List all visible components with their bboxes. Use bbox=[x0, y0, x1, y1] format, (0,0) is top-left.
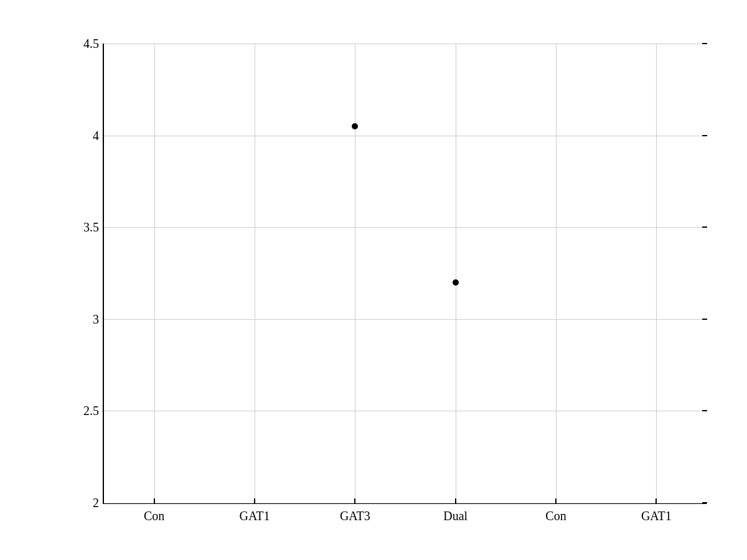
grid-line-v bbox=[456, 44, 456, 503]
y-tick-mark bbox=[702, 135, 707, 136]
x-tick-mark bbox=[455, 498, 456, 503]
grid-line-h bbox=[104, 44, 707, 44]
x-tick-mark bbox=[354, 498, 355, 503]
grid-line-v bbox=[556, 44, 557, 503]
y-tick-mark bbox=[702, 226, 707, 228]
data-point bbox=[453, 279, 459, 286]
grid-line-v bbox=[154, 44, 155, 503]
y-tick-mark bbox=[702, 502, 707, 503]
x-tick-label: GAT1 bbox=[240, 509, 270, 523]
chart-wrapper: 22.533.544.5ConGAT1GAT3DualConGAT1 bbox=[65, 31, 719, 541]
chart-container: 22.533.544.5ConGAT1GAT3DualConGAT1 bbox=[0, 0, 747, 560]
grid-line-v bbox=[355, 44, 355, 503]
x-tick-label: GAT1 bbox=[641, 509, 672, 523]
y-tick-label: 4 bbox=[93, 128, 99, 142]
y-tick-label: 2 bbox=[93, 496, 99, 510]
grid-line-h bbox=[104, 411, 707, 411]
x-tick-label: GAT3 bbox=[340, 509, 370, 523]
x-tick-label: Dual bbox=[443, 509, 467, 523]
x-tick-mark bbox=[154, 498, 155, 503]
y-tick-mark bbox=[702, 319, 707, 320]
grid-line-v bbox=[255, 44, 255, 503]
grid-line-v bbox=[656, 44, 657, 503]
y-tick-label: 2.5 bbox=[83, 404, 99, 418]
grid-line-h bbox=[104, 136, 707, 136]
y-tick-mark bbox=[702, 410, 707, 411]
data-point bbox=[352, 123, 358, 129]
grid-line-h bbox=[104, 319, 707, 320]
chart-area: 22.533.544.5ConGAT1GAT3DualConGAT1 bbox=[103, 44, 707, 504]
y-tick-label: 4.5 bbox=[83, 37, 99, 51]
grid-line-h bbox=[104, 503, 707, 503]
y-tick-label: 3.5 bbox=[83, 220, 99, 235]
grid-line-h bbox=[104, 227, 707, 228]
x-tick-mark bbox=[655, 498, 657, 503]
x-tick-mark bbox=[555, 498, 557, 503]
y-tick-mark bbox=[702, 43, 707, 44]
x-tick-label: Con bbox=[545, 509, 566, 523]
x-tick-label: Con bbox=[144, 509, 164, 523]
x-tick-mark bbox=[254, 498, 255, 503]
y-tick-label: 3 bbox=[93, 312, 99, 326]
